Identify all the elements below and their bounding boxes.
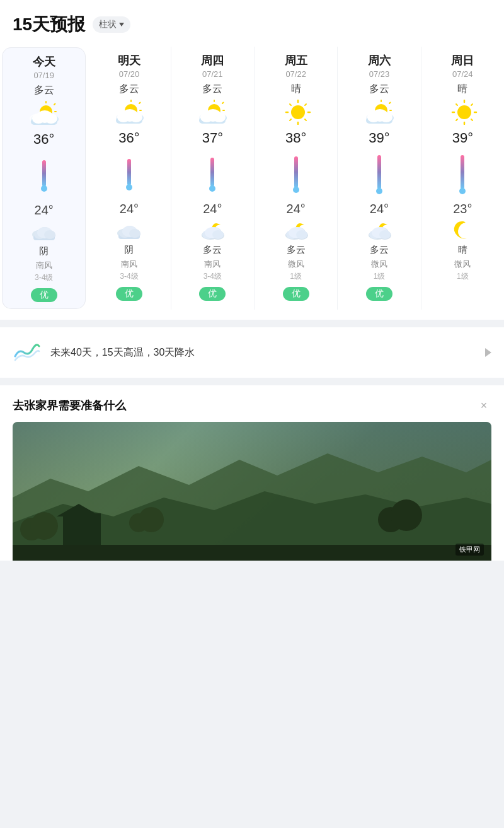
wind-direction: 微风 [288, 259, 304, 270]
forecast-banner[interactable]: 未来40天，15天高温，30天降水 [0, 327, 504, 378]
night-weather-icon [449, 220, 476, 240]
night-weather-icon [366, 220, 392, 240]
day-date: 07/20 [119, 69, 140, 79]
wind-level: 3-4级 [203, 271, 222, 282]
day-col[interactable]: 周四 07/21 多云 37° 24° 多云 南风 3-4级 优 [171, 47, 255, 310]
wind-direction: 南风 [36, 260, 52, 271]
air-quality-badge: 优 [366, 287, 392, 301]
day-condition: 晴 [291, 83, 301, 96]
chart-toggle-button[interactable]: 柱状 [93, 16, 130, 33]
wind-level: 3-4级 [35, 272, 53, 283]
svg-point-51 [213, 112, 226, 122]
day-col[interactable]: 周日 07/24 晴 39° 23° 晴 微风 1级 [421, 47, 504, 310]
wind-direction: 南风 [121, 259, 137, 270]
day-name: 周日 [451, 53, 474, 68]
header: 15天预报 柱状 [0, 0, 504, 37]
wind-direction: 南风 [204, 259, 220, 270]
thermo-bulb [209, 185, 215, 192]
day-weather-icon [279, 100, 313, 125]
svg-line-64 [305, 119, 306, 120]
day-weather-icon [112, 100, 146, 125]
air-quality-badge: 优 [283, 287, 309, 301]
day-col[interactable]: 周五 07/22 晴 38° 24° 多云 微风 1级 优 [255, 47, 338, 310]
thermometer [209, 153, 215, 197]
forecast-chevron-icon [485, 348, 491, 357]
thermo-bulb [293, 187, 299, 193]
thermometer [41, 154, 47, 198]
day-col[interactable]: 周六 07/23 多云 39° 24° 多云 微风 1级 优 [338, 47, 421, 310]
chart-toggle-label: 柱状 [99, 19, 117, 30]
low-temp: 24° [35, 203, 54, 218]
night-weather-icon [31, 221, 57, 242]
day-date: 07/19 [33, 71, 54, 80]
close-button[interactable]: × [476, 398, 491, 413]
travel-image: 铁甲网 [13, 422, 491, 561]
svg-rect-113 [13, 545, 491, 561]
svg-point-84 [380, 112, 392, 122]
svg-line-63 [290, 104, 291, 105]
day-condition: 多云 [34, 84, 54, 97]
night-condition: 晴 [458, 244, 467, 256]
day-name: 周六 [368, 53, 391, 68]
trend-icon [13, 339, 40, 366]
thermo-bar [127, 159, 131, 185]
day-condition: 多云 [119, 83, 139, 96]
thermo-bar [210, 158, 214, 187]
day-col[interactable]: 明天 07/20 多云 36° 24° 阴 南风 3-4级 优 [88, 47, 171, 310]
svg-line-97 [471, 119, 472, 120]
svg-point-110 [139, 507, 164, 532]
thermometer [126, 153, 132, 197]
thermometer [376, 153, 382, 197]
wind-direction: 微风 [371, 259, 387, 270]
day-date: 07/23 [369, 69, 390, 79]
page-title: 15天预报 [13, 13, 85, 37]
thermo-bar [294, 156, 298, 188]
high-temp: 36° [118, 130, 139, 146]
day-weather-icon [195, 100, 229, 125]
air-quality-badge: 优 [31, 288, 57, 302]
svg-point-58 [291, 105, 305, 119]
weather-card: 今天 07/19 多云 36° 24° 阴 南风 3-4级 优 [0, 37, 504, 320]
night-weather-icon [283, 220, 309, 240]
svg-line-75 [389, 103, 391, 104]
day-date: 07/24 [452, 69, 473, 79]
night-condition: 阴 [39, 245, 49, 257]
thermo-bar [377, 155, 381, 189]
travel-tip-header: 去张家界需要准备什么 × [13, 398, 491, 413]
svg-line-99 [456, 119, 457, 120]
svg-point-108 [30, 512, 58, 540]
svg-line-65 [305, 104, 306, 105]
thermo-bulb [376, 188, 382, 194]
air-quality-badge: 优 [116, 287, 142, 301]
svg-line-42 [222, 103, 224, 104]
day-condition: 多云 [202, 83, 222, 96]
svg-point-31 [130, 112, 142, 122]
high-temp: 36° [33, 131, 54, 148]
svg-point-11 [45, 114, 57, 124]
day-name: 明天 [118, 53, 140, 68]
low-temp: 24° [120, 202, 139, 216]
svg-point-39 [129, 229, 140, 238]
thermo-bulb [126, 184, 132, 190]
wind-level: 1级 [457, 271, 469, 282]
day-name: 周五 [285, 53, 307, 68]
wind-level: 1级 [290, 271, 302, 282]
wind-level: 3-4级 [120, 271, 138, 282]
svg-line-98 [471, 104, 472, 105]
high-temp: 39° [452, 130, 473, 146]
high-temp: 37° [202, 130, 223, 146]
day-col[interactable]: 今天 07/19 多云 36° 24° 阴 南风 3-4级 优 [3, 48, 85, 308]
night-condition: 多云 [203, 244, 222, 256]
wind-direction: 微风 [454, 259, 471, 270]
low-temp: 23° [453, 202, 472, 216]
page-wrapper: 15天预报 柱状 今天 07/19 多云 36° 24° [0, 0, 504, 561]
thermo-bulb [459, 188, 466, 194]
thermometer [459, 153, 466, 197]
day-weather-icon [362, 100, 396, 125]
day-name: 周四 [201, 53, 224, 68]
svg-point-112 [391, 499, 422, 531]
wind-level: 1级 [374, 271, 386, 282]
night-weather-icon [116, 220, 142, 240]
low-temp: 24° [370, 202, 389, 216]
chevron-down-icon [119, 23, 124, 26]
